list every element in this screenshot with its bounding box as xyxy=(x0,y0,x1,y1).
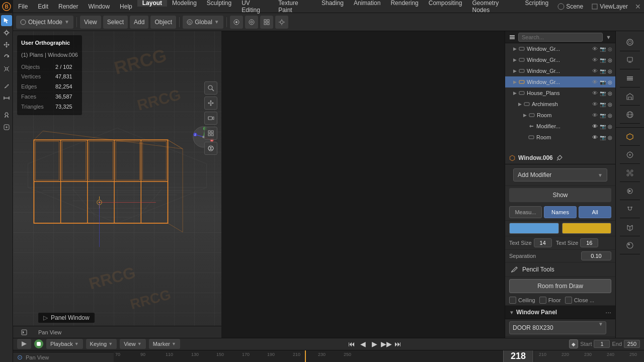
viewport-overlay-btn[interactable] xyxy=(204,142,217,155)
room-from-draw-btn[interactable]: Room from Draw xyxy=(509,279,611,293)
outliner-item[interactable]: Modifier... 👁 📷 ◎ xyxy=(505,121,615,132)
separation-input[interactable] xyxy=(581,251,611,260)
data-tab[interactable] xyxy=(620,218,640,236)
outliner-item[interactable]: ▶ Archimesh 👁 📷 ◎ xyxy=(505,99,615,110)
scene-tab[interactable] xyxy=(620,87,640,106)
physics-tab[interactable] xyxy=(620,182,640,200)
end-frame-input[interactable] xyxy=(624,340,640,348)
tab-uv[interactable]: UV Editing xyxy=(236,0,273,14)
tab-modeling[interactable]: Modeling xyxy=(167,0,202,7)
color-swatch-yellow[interactable] xyxy=(562,223,612,234)
object-btn[interactable]: Object xyxy=(150,16,176,29)
ceiling-checkbox[interactable] xyxy=(509,297,516,304)
viewport-grid-btn[interactable] xyxy=(204,127,217,140)
3d-viewport[interactable]: RRCG RRCG RRCG RRCG xyxy=(13,31,221,338)
annotate-tool-btn[interactable] xyxy=(1,80,12,92)
menu-window[interactable]: Window xyxy=(83,0,115,13)
add-btn[interactable]: Add xyxy=(130,16,148,29)
outliner-filter-btn[interactable]: ▼ xyxy=(606,34,611,40)
text-size-input-2[interactable] xyxy=(580,238,598,247)
jump-start-btn[interactable]: ⏮ xyxy=(347,339,357,349)
pin-icon[interactable] xyxy=(556,154,563,161)
rotate-tool-btn[interactable] xyxy=(1,51,12,62)
floor-checkbox[interactable] xyxy=(539,297,546,304)
jump-end-btn[interactable]: ⏭ xyxy=(393,339,403,349)
view-layer-selector[interactable]: ViewLayer xyxy=(587,0,632,13)
scale-tool-btn[interactable] xyxy=(1,63,12,74)
outliner-item[interactable]: ▶ House_Plans 👁 📷 ◎ xyxy=(505,87,615,99)
text-size-input-1[interactable] xyxy=(534,238,552,247)
editor-icon[interactable]: ⊙ xyxy=(17,353,23,361)
editor-type-btn[interactable] xyxy=(17,328,31,337)
tab-rendering[interactable]: Rendering xyxy=(385,0,423,7)
transform-tool-btn[interactable] xyxy=(1,110,12,121)
show-btn[interactable]: Show xyxy=(509,188,611,202)
tab-texture[interactable]: Texture Paint xyxy=(273,0,316,14)
menu-edit[interactable]: Edit xyxy=(33,0,53,13)
custom-tool-btn[interactable] xyxy=(1,122,12,133)
viewport-zoom-btn[interactable] xyxy=(204,81,217,95)
viewport-pan-btn[interactable] xyxy=(204,97,217,110)
keyframe-set-btn[interactable]: ◆ xyxy=(569,339,578,348)
tab-geonodes[interactable]: Geometry Nodes xyxy=(467,0,520,14)
keying-btn[interactable]: Keying ▼ xyxy=(86,339,117,349)
outliner-item[interactable]: Room 👁 📷 ◎ xyxy=(505,132,615,143)
measure-tool-btn[interactable] xyxy=(1,93,12,104)
start-frame-input[interactable] xyxy=(594,340,610,348)
timeline-editor-type-btn[interactable] xyxy=(17,339,31,349)
proportional-edit-btn[interactable] xyxy=(245,16,258,29)
window-panel-section-header[interactable]: ▼ Window Panel ··· xyxy=(505,306,615,319)
outliner-item[interactable]: ▶ Window_Gr... 👁 📷 ◎ xyxy=(505,43,615,54)
menu-render[interactable]: Render xyxy=(53,0,83,13)
modifier-tab[interactable] xyxy=(620,146,640,164)
transform-orientation-btn[interactable]: G Global ▼ xyxy=(183,16,223,29)
tab-animation[interactable]: Animation xyxy=(349,0,385,7)
move-tool-btn[interactable] xyxy=(1,39,12,50)
view-layer-tab[interactable] xyxy=(620,69,640,87)
world-tab[interactable] xyxy=(620,106,640,124)
render-props-tab[interactable] xyxy=(620,33,640,51)
menu-help[interactable]: Help xyxy=(115,0,137,13)
output-props-tab[interactable] xyxy=(620,51,640,69)
window-close-btn[interactable]: ✕ xyxy=(632,0,644,13)
add-modifier-btn[interactable]: Add Modifier ▼ xyxy=(513,168,607,182)
outliner-item[interactable]: ▶ Window_Gr... 👁 📷 ◎ xyxy=(505,65,615,76)
view-btn[interactable]: View xyxy=(80,16,101,29)
panel-window-label[interactable]: ▷ Panel Window xyxy=(38,313,95,323)
select-tool-btn[interactable] xyxy=(1,15,12,26)
measure-toggle-btn[interactable]: Measu... xyxy=(509,206,542,218)
object-tab[interactable] xyxy=(620,128,640,146)
marker-btn[interactable]: Marker ▼ xyxy=(149,339,180,349)
color-swatch-blue[interactable] xyxy=(509,223,559,234)
menu-file[interactable]: File xyxy=(13,0,33,13)
tab-compositing[interactable]: Compositing xyxy=(424,0,467,7)
outliner-item[interactable]: ▶ Window_Gr... 👁 📷 ◎ xyxy=(505,54,615,65)
constraints-tab[interactable] xyxy=(620,200,640,218)
all-toggle-btn[interactable]: All xyxy=(579,206,611,218)
grid-btn[interactable] xyxy=(260,16,273,29)
playback-btn[interactable]: Playback ▼ xyxy=(46,339,83,349)
pan-view-btn[interactable]: Pan View xyxy=(34,328,65,337)
viewport-camera-btn[interactable] xyxy=(204,112,217,125)
next-frame-btn[interactable]: ▶▶ xyxy=(381,339,391,349)
cursor-tool-btn[interactable] xyxy=(1,27,12,38)
current-frame-display[interactable]: 218 xyxy=(503,350,533,362)
timeline-cursor[interactable] xyxy=(305,350,306,362)
select-btn[interactable]: Select xyxy=(103,16,128,29)
tab-scripting[interactable]: Scripting xyxy=(520,0,553,7)
play-btn[interactable]: ▶ xyxy=(370,339,380,349)
names-toggle-btn[interactable]: Names xyxy=(544,206,577,218)
material-tab[interactable] xyxy=(620,236,640,254)
door-type-select[interactable]: DOOR 80X230 xyxy=(509,321,606,334)
mode-selector-btn[interactable]: Object Mode ▼ xyxy=(16,16,73,29)
tab-layout[interactable]: Layout xyxy=(137,0,167,7)
outliner-item-active[interactable]: ▶ Window_Gr... 👁 📷 ◎ xyxy=(505,76,615,87)
cursor-snap-btn[interactable] xyxy=(275,16,288,29)
particles-tab[interactable] xyxy=(620,164,640,182)
snap-btn[interactable] xyxy=(230,16,243,29)
outliner-search-input[interactable] xyxy=(518,33,603,42)
outliner-item[interactable]: ▶ Room 👁 📷 ◎ xyxy=(505,110,615,121)
scene-selector[interactable]: Scene xyxy=(553,0,587,13)
visibility-icon[interactable]: 👁 xyxy=(592,46,598,52)
close-checkbox[interactable] xyxy=(565,297,572,304)
